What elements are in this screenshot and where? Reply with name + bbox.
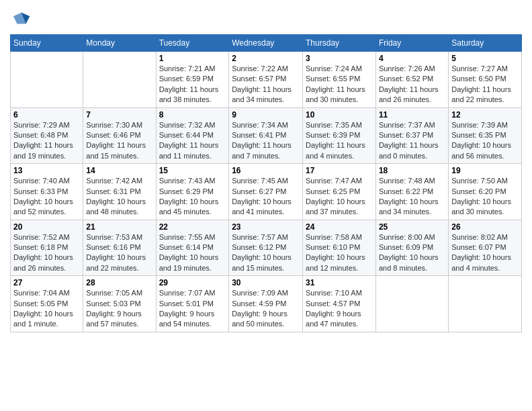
calendar-cell: 2Sunrise: 7:22 AM Sunset: 6:57 PM Daylig… bbox=[229, 52, 303, 108]
day-number: 12 bbox=[451, 110, 519, 120]
day-info: Sunrise: 7:24 AM Sunset: 6:55 PM Dayligh… bbox=[306, 64, 373, 105]
day-info: Sunrise: 7:30 AM Sunset: 6:46 PM Dayligh… bbox=[86, 120, 152, 162]
day-number: 3 bbox=[306, 54, 373, 63]
day-info: Sunrise: 7:50 AM Sunset: 6:20 PM Dayligh… bbox=[451, 176, 519, 218]
calendar-week-row: 6Sunrise: 7:29 AM Sunset: 6:48 PM Daylig… bbox=[11, 107, 522, 164]
day-number: 17 bbox=[306, 166, 373, 175]
logo-icon bbox=[12, 10, 31, 29]
calendar-cell bbox=[11, 52, 83, 108]
logo-area bbox=[10, 7, 31, 29]
calendar-cell: 7Sunrise: 7:30 AM Sunset: 6:46 PM Daylig… bbox=[83, 107, 156, 164]
day-info: Sunrise: 7:34 AM Sunset: 6:41 PM Dayligh… bbox=[232, 120, 300, 162]
day-info: Sunrise: 7:52 AM Sunset: 6:18 PM Dayligh… bbox=[13, 232, 80, 274]
calendar-cell: 26Sunrise: 8:02 AM Sunset: 6:07 PM Dayli… bbox=[449, 220, 522, 276]
calendar-cell: 23Sunrise: 7:57 AM Sunset: 6:12 PM Dayli… bbox=[229, 220, 303, 276]
calendar-table: SundayMondayTuesdayWednesdayThursdayFrid… bbox=[10, 34, 522, 332]
calendar-cell: 28Sunrise: 7:05 AM Sunset: 5:03 PM Dayli… bbox=[83, 276, 156, 332]
day-number: 4 bbox=[379, 54, 445, 63]
weekday-header-friday: Friday bbox=[375, 35, 448, 52]
calendar-cell: 11Sunrise: 7:37 AM Sunset: 6:37 PM Dayli… bbox=[375, 107, 448, 164]
day-info: Sunrise: 7:29 AM Sunset: 6:48 PM Dayligh… bbox=[13, 120, 80, 162]
day-number: 28 bbox=[86, 278, 152, 287]
calendar-cell bbox=[83, 52, 156, 108]
weekday-header-saturday: Saturday bbox=[449, 35, 522, 52]
weekday-header-sunday: Sunday bbox=[11, 35, 83, 52]
day-number: 13 bbox=[13, 166, 80, 175]
day-info: Sunrise: 7:43 AM Sunset: 6:29 PM Dayligh… bbox=[159, 176, 226, 218]
day-info: Sunrise: 7:58 AM Sunset: 6:10 PM Dayligh… bbox=[306, 232, 373, 274]
day-number: 31 bbox=[306, 278, 373, 287]
calendar-week-row: 13Sunrise: 7:40 AM Sunset: 6:33 PM Dayli… bbox=[11, 164, 522, 220]
calendar-cell: 14Sunrise: 7:42 AM Sunset: 6:31 PM Dayli… bbox=[83, 164, 156, 220]
day-info: Sunrise: 7:32 AM Sunset: 6:44 PM Dayligh… bbox=[159, 120, 226, 162]
day-info: Sunrise: 7:53 AM Sunset: 6:16 PM Dayligh… bbox=[86, 232, 152, 274]
day-info: Sunrise: 7:26 AM Sunset: 6:52 PM Dayligh… bbox=[379, 64, 445, 105]
day-info: Sunrise: 8:00 AM Sunset: 6:09 PM Dayligh… bbox=[379, 232, 445, 274]
calendar-cell bbox=[375, 276, 448, 332]
weekday-header-monday: Monday bbox=[83, 35, 156, 52]
calendar-cell: 3Sunrise: 7:24 AM Sunset: 6:55 PM Daylig… bbox=[303, 52, 376, 108]
calendar-cell: 21Sunrise: 7:53 AM Sunset: 6:16 PM Dayli… bbox=[83, 220, 156, 276]
day-info: Sunrise: 7:47 AM Sunset: 6:25 PM Dayligh… bbox=[306, 176, 373, 218]
calendar-header-row: SundayMondayTuesdayWednesdayThursdayFrid… bbox=[11, 35, 522, 52]
calendar-cell: 24Sunrise: 7:58 AM Sunset: 6:10 PM Dayli… bbox=[303, 220, 376, 276]
day-number: 19 bbox=[451, 166, 519, 175]
calendar-cell: 6Sunrise: 7:29 AM Sunset: 6:48 PM Daylig… bbox=[11, 107, 83, 164]
day-number: 24 bbox=[306, 222, 373, 232]
day-number: 8 bbox=[159, 110, 226, 120]
calendar-week-row: 1Sunrise: 7:21 AM Sunset: 6:59 PM Daylig… bbox=[11, 52, 522, 108]
calendar-cell: 17Sunrise: 7:47 AM Sunset: 6:25 PM Dayli… bbox=[303, 164, 376, 220]
day-number: 11 bbox=[379, 110, 445, 120]
calendar-cell: 5Sunrise: 7:27 AM Sunset: 6:50 PM Daylig… bbox=[449, 52, 522, 108]
day-info: Sunrise: 7:35 AM Sunset: 6:39 PM Dayligh… bbox=[306, 120, 373, 162]
calendar-cell: 15Sunrise: 7:43 AM Sunset: 6:29 PM Dayli… bbox=[156, 164, 229, 220]
day-number: 10 bbox=[306, 110, 373, 120]
day-number: 20 bbox=[13, 222, 80, 232]
day-info: Sunrise: 7:21 AM Sunset: 6:59 PM Dayligh… bbox=[159, 64, 226, 105]
day-info: Sunrise: 7:40 AM Sunset: 6:33 PM Dayligh… bbox=[13, 176, 80, 218]
calendar-cell: 10Sunrise: 7:35 AM Sunset: 6:39 PM Dayli… bbox=[303, 107, 376, 164]
day-info: Sunrise: 7:42 AM Sunset: 6:31 PM Dayligh… bbox=[86, 176, 152, 218]
calendar-cell: 9Sunrise: 7:34 AM Sunset: 6:41 PM Daylig… bbox=[229, 107, 303, 164]
calendar-cell: 22Sunrise: 7:55 AM Sunset: 6:14 PM Dayli… bbox=[156, 220, 229, 276]
day-info: Sunrise: 7:04 AM Sunset: 5:05 PM Dayligh… bbox=[13, 288, 80, 330]
day-info: Sunrise: 7:45 AM Sunset: 6:27 PM Dayligh… bbox=[232, 176, 300, 218]
day-info: Sunrise: 7:07 AM Sunset: 5:01 PM Dayligh… bbox=[159, 288, 226, 330]
calendar-cell: 27Sunrise: 7:04 AM Sunset: 5:05 PM Dayli… bbox=[11, 276, 83, 332]
day-info: Sunrise: 7:37 AM Sunset: 6:37 PM Dayligh… bbox=[379, 120, 445, 162]
day-number: 23 bbox=[232, 222, 300, 232]
calendar-cell: 4Sunrise: 7:26 AM Sunset: 6:52 PM Daylig… bbox=[375, 52, 448, 108]
day-info: Sunrise: 7:48 AM Sunset: 6:22 PM Dayligh… bbox=[379, 176, 445, 218]
day-info: Sunrise: 7:10 AM Sunset: 4:57 PM Dayligh… bbox=[306, 288, 373, 330]
calendar-cell: 31Sunrise: 7:10 AM Sunset: 4:57 PM Dayli… bbox=[303, 276, 376, 332]
day-info: Sunrise: 7:57 AM Sunset: 6:12 PM Dayligh… bbox=[232, 232, 300, 274]
header bbox=[10, 7, 522, 29]
day-info: Sunrise: 7:05 AM Sunset: 5:03 PM Dayligh… bbox=[86, 288, 152, 330]
calendar-cell bbox=[449, 276, 522, 332]
day-number: 1 bbox=[159, 54, 226, 63]
day-number: 27 bbox=[13, 278, 80, 287]
day-info: Sunrise: 8:02 AM Sunset: 6:07 PM Dayligh… bbox=[451, 232, 519, 274]
day-number: 6 bbox=[13, 110, 80, 120]
day-info: Sunrise: 7:22 AM Sunset: 6:57 PM Dayligh… bbox=[232, 64, 300, 105]
day-number: 30 bbox=[232, 278, 300, 287]
day-number: 5 bbox=[451, 54, 519, 63]
weekday-header-thursday: Thursday bbox=[303, 35, 376, 52]
calendar-week-row: 20Sunrise: 7:52 AM Sunset: 6:18 PM Dayli… bbox=[11, 220, 522, 276]
day-number: 25 bbox=[379, 222, 445, 232]
day-number: 2 bbox=[232, 54, 300, 63]
day-number: 21 bbox=[86, 222, 152, 232]
day-number: 22 bbox=[159, 222, 226, 232]
calendar-cell: 18Sunrise: 7:48 AM Sunset: 6:22 PM Dayli… bbox=[375, 164, 448, 220]
day-number: 15 bbox=[159, 166, 226, 175]
day-number: 9 bbox=[232, 110, 300, 120]
calendar-cell: 25Sunrise: 8:00 AM Sunset: 6:09 PM Dayli… bbox=[375, 220, 448, 276]
weekday-header-tuesday: Tuesday bbox=[156, 35, 229, 52]
day-number: 14 bbox=[86, 166, 152, 175]
day-number: 16 bbox=[232, 166, 300, 175]
calendar-cell: 20Sunrise: 7:52 AM Sunset: 6:18 PM Dayli… bbox=[11, 220, 83, 276]
calendar-cell: 30Sunrise: 7:09 AM Sunset: 4:59 PM Dayli… bbox=[229, 276, 303, 332]
calendar-cell: 12Sunrise: 7:39 AM Sunset: 6:35 PM Dayli… bbox=[449, 107, 522, 164]
weekday-header-wednesday: Wednesday bbox=[229, 35, 303, 52]
day-info: Sunrise: 7:09 AM Sunset: 4:59 PM Dayligh… bbox=[232, 288, 300, 330]
